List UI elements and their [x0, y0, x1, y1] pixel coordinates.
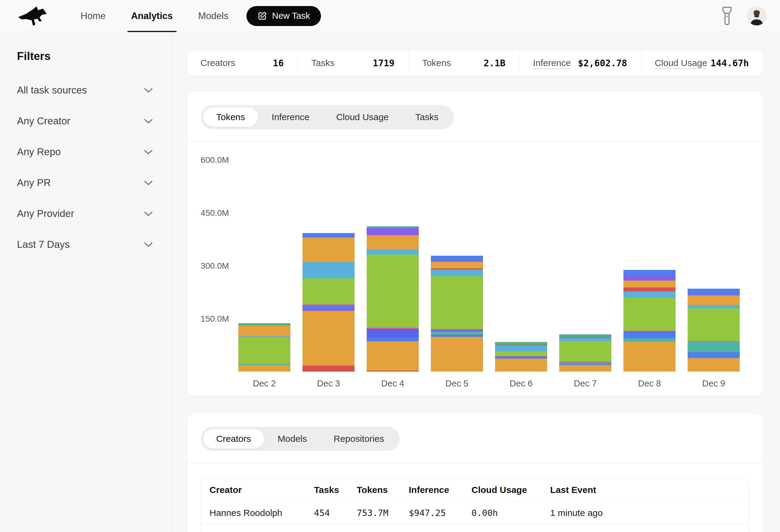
bar-segment-red[interactable]	[624, 287, 676, 291]
bar-segment-teal[interactable]	[688, 342, 740, 352]
bar-segment-purple[interactable]	[302, 308, 354, 311]
filter-last-7-days[interactable]: Last 7 Days	[17, 239, 153, 250]
table-header-row: CreatorTasksTokensInferenceCloud UsageLa…	[201, 479, 749, 501]
stat-inference[interactable]: Inference$2,602.78	[520, 50, 641, 76]
table-row-rooviewer[interactable]: Rooviewer440544.3M$376.2875.23h3 minutes…	[201, 525, 749, 532]
stat-label-cloud-usage: Cloud Usage	[654, 58, 707, 68]
filter-all-task-sources[interactable]: All task sources	[17, 85, 153, 96]
bar-segment-seagreen[interactable]	[238, 323, 290, 326]
bar-segment-green[interactable]	[302, 278, 354, 305]
chevron-down-icon	[144, 88, 153, 93]
bar-segment-royalblue[interactable]	[302, 233, 354, 237]
bar-segment-teal[interactable]	[431, 331, 483, 335]
stat-tasks[interactable]: Tasks1719	[298, 50, 409, 76]
bar-dec-9[interactable]	[688, 289, 740, 372]
bar-segment-orange[interactable]	[624, 280, 676, 287]
bar-segment-orange[interactable]	[495, 359, 547, 372]
bar-segment-royalblue[interactable]	[302, 306, 354, 308]
bar-segment-seagreen[interactable]	[559, 334, 611, 338]
bar-segment-skyblue[interactable]	[624, 291, 676, 298]
bar-segment-orange[interactable]	[367, 235, 419, 250]
bar-dec-4[interactable]	[367, 226, 419, 372]
bar-segment-green[interactable]	[624, 298, 676, 331]
filter-any-repo[interactable]: Any Repo	[17, 146, 153, 158]
col-header-tokens: Tokens	[357, 485, 409, 495]
flashlight-icon[interactable]	[721, 7, 733, 25]
bar-segment-skyblue[interactable]	[302, 262, 354, 278]
bar-segment-orange[interactable]	[367, 341, 419, 371]
bar-segment-green[interactable]	[688, 308, 740, 341]
xlabel-dec-3: Dec 3	[302, 379, 354, 388]
bar-segment-green[interactable]	[559, 341, 611, 362]
bar-segment-skyblue[interactable]	[688, 305, 740, 309]
bar-segment-skyblue[interactable]	[559, 338, 611, 341]
avatar-photo	[747, 7, 766, 25]
chart-tab-tokens[interactable]: Tokens	[203, 107, 258, 127]
bar-segment-orange[interactable]	[688, 296, 740, 305]
chart-tab-cloud-usage[interactable]: Cloud Usage	[323, 107, 402, 127]
chart-tab-inference[interactable]: Inference	[258, 107, 323, 127]
bar-segment-red[interactable]	[302, 366, 354, 372]
bar-segment-green[interactable]	[495, 351, 547, 356]
avatar[interactable]	[747, 6, 766, 26]
bar-segment-skyblue[interactable]	[495, 345, 547, 351]
bar-segment-teal[interactable]	[624, 338, 676, 342]
bar-segment-royalblue[interactable]	[367, 337, 419, 341]
stat-tokens[interactable]: Tokens2.1B	[409, 50, 520, 76]
bar-segment-orange[interactable]	[302, 237, 354, 262]
bar-segment-purple[interactable]	[624, 276, 676, 280]
nav-analytics[interactable]: Analytics	[131, 0, 173, 32]
bar-segment-green[interactable]	[431, 276, 483, 329]
bar-segment-orange[interactable]	[238, 365, 290, 372]
bar-segment-indigo[interactable]	[367, 329, 419, 337]
cell-inference: $947.25	[409, 508, 472, 518]
xlabel-dec-7: Dec 7	[559, 379, 611, 388]
bar-dec-7[interactable]	[559, 334, 611, 372]
stat-cloud-usage[interactable]: Cloud Usage144.67h	[641, 50, 763, 76]
bar-segment-seagreen[interactable]	[495, 342, 547, 345]
bar-segment-orange[interactable]	[431, 337, 483, 372]
col-header-cloud-usage[interactable]: Cloud Usage	[472, 485, 550, 495]
bar-segment-royalblue[interactable]	[688, 289, 740, 295]
bar-segment-royalblue[interactable]	[431, 256, 483, 261]
bar-segment-orange[interactable]	[624, 342, 676, 372]
bar-segment-green[interactable]	[367, 255, 419, 328]
col-header-inference[interactable]: Inference	[409, 485, 472, 495]
bar-segment-royalblue[interactable]	[624, 270, 676, 276]
bar-dec-8[interactable]	[624, 270, 676, 372]
chevron-down-icon	[144, 180, 153, 185]
table-tab-creators[interactable]: Creators	[203, 429, 264, 449]
bar-segment-orange[interactable]	[238, 326, 290, 336]
bar-segment-royalblue[interactable]	[688, 352, 740, 358]
bar-segment-orange[interactable]	[302, 311, 354, 366]
nav-home[interactable]: Home	[81, 0, 106, 32]
chart-tab-tasks[interactable]: Tasks	[402, 107, 452, 127]
bar-segment-red[interactable]	[367, 371, 419, 372]
table-tab-repositories[interactable]: Repositories	[320, 429, 398, 449]
xlabel-dec-2: Dec 2	[238, 379, 290, 388]
filter-any-provider[interactable]: Any Provider	[17, 208, 153, 219]
bar-segment-purple[interactable]	[367, 228, 419, 235]
bar-segment-green[interactable]	[238, 337, 290, 363]
bar-segment-royalblue[interactable]	[431, 335, 483, 337]
bar-segment-orange[interactable]	[431, 262, 483, 268]
table-card-divider	[187, 463, 763, 463]
new-task-button[interactable]: New Task	[246, 6, 321, 26]
bar-dec-6[interactable]	[495, 342, 547, 372]
stat-value-tokens: 2.1B	[484, 58, 505, 68]
bar-dec-3[interactable]	[302, 233, 354, 372]
bar-segment-orange[interactable]	[688, 358, 740, 372]
bar-segment-skyblue[interactable]	[367, 249, 419, 254]
filter-any-pr[interactable]: Any PR	[17, 177, 153, 189]
bar-dec-2[interactable]	[238, 323, 290, 372]
kangaroo-logo[interactable]	[18, 5, 54, 27]
stat-creators[interactable]: Creators16	[187, 50, 298, 76]
filter-any-creator[interactable]: Any Creator	[17, 115, 153, 127]
table-tab-models[interactable]: Models	[264, 429, 320, 449]
bar-segment-royalblue[interactable]	[624, 332, 676, 339]
nav-models[interactable]: Models	[198, 0, 229, 32]
table-row-hannes-roodolph[interactable]: Hannes Roodolph454753.7M$947.250.00h1 mi…	[201, 501, 749, 525]
bar-segment-skyblue[interactable]	[431, 270, 483, 276]
bar-segment-orange[interactable]	[559, 365, 611, 372]
bar-dec-5[interactable]	[431, 256, 483, 372]
